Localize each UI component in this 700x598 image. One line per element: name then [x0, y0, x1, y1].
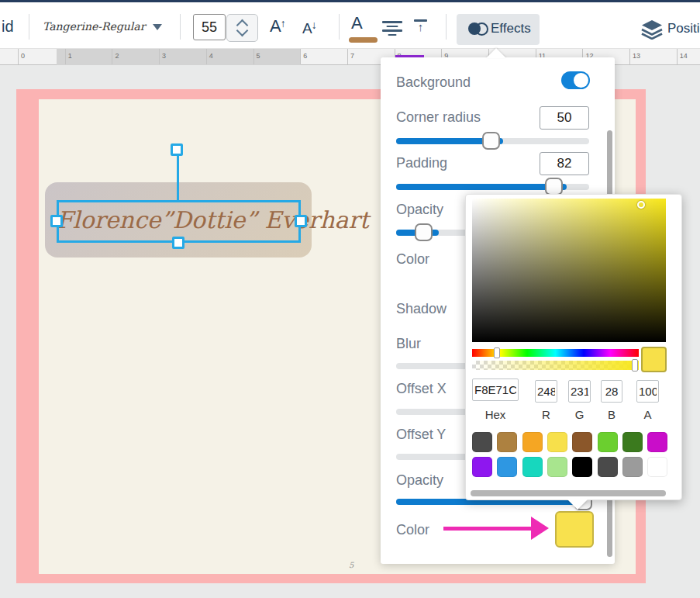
- rotation-stem: [177, 155, 179, 200]
- blue-label: B: [601, 408, 622, 421]
- ruler-selection-highlight: [57, 49, 301, 65]
- arrow-up-icon: ↑: [413, 20, 428, 33]
- annotation-arrow: [443, 527, 531, 531]
- ruler-number: 5: [257, 52, 260, 60]
- shadow-opacity-label: Opacity: [396, 472, 443, 489]
- effects-button[interactable]: Effects: [457, 14, 540, 45]
- hex-label: Hex: [472, 408, 519, 421]
- palette-swatch[interactable]: [472, 432, 492, 452]
- padding-slider-handle[interactable]: [545, 178, 563, 195]
- shadow-heading: Shadow: [396, 301, 447, 317]
- decrease-font-button[interactable]: A↓: [302, 19, 317, 37]
- ruler-tick: [112, 49, 112, 64]
- resize-handle-left[interactable]: [50, 215, 63, 227]
- shadow-color-label: Color: [396, 522, 429, 538]
- annotation-arrow-head: [531, 517, 549, 540]
- chevron-down-icon[interactable]: [153, 24, 162, 30]
- ruler-number: 13: [633, 52, 640, 60]
- ruler-number: 2: [115, 52, 119, 60]
- ruler-tick: [629, 49, 630, 64]
- background-toggle[interactable]: [561, 71, 590, 89]
- palette-swatch[interactable]: [622, 457, 643, 477]
- resize-handle-right[interactable]: [295, 215, 307, 227]
- swatch-grid: [472, 432, 675, 479]
- palette-swatch[interactable]: [497, 457, 517, 477]
- ruler-tick: [677, 49, 678, 64]
- corner-radius-slider-handle[interactable]: [482, 132, 500, 150]
- hue-slider[interactable]: [472, 349, 639, 357]
- arrow-down-icon: ↓: [312, 19, 317, 31]
- toolbar: id Tangerine-Regular A↑ A↓ A ↑ Effects: [0, 0, 700, 49]
- green-input[interactable]: [568, 380, 591, 403]
- palette-swatch[interactable]: [572, 432, 592, 452]
- palette-swatch[interactable]: [522, 457, 543, 477]
- ruler-tick: [65, 49, 66, 64]
- hex-input[interactable]: [472, 379, 519, 401]
- panel-pointer: [486, 48, 506, 58]
- ruler-tick: [347, 49, 348, 64]
- alpha-input[interactable]: [636, 380, 659, 403]
- palette-swatch[interactable]: [622, 432, 643, 452]
- page-number: 5: [349, 561, 353, 569]
- ruler-tick: [253, 49, 254, 64]
- text-color-button[interactable]: A: [351, 13, 363, 33]
- palette-swatch[interactable]: [598, 457, 618, 477]
- ruler-number: 14: [680, 52, 688, 60]
- arrow-up-icon: ↑: [281, 17, 286, 29]
- toolbar-divider: [29, 14, 29, 40]
- toolbar-divider: [180, 14, 181, 40]
- shadow-color-swatch[interactable]: [555, 511, 594, 548]
- ruler-tick: [300, 49, 301, 64]
- padding-input[interactable]: [540, 152, 589, 175]
- ruler-tick: [18, 49, 19, 64]
- corner-radius-input[interactable]: [540, 106, 589, 130]
- rotate-handle[interactable]: [171, 143, 183, 156]
- font-size-stepper[interactable]: [226, 14, 258, 42]
- popup-pointer: [567, 499, 588, 510]
- opacity-label: Opacity: [396, 202, 443, 218]
- palette-swatch[interactable]: [547, 457, 567, 477]
- blur-label: Blur: [396, 336, 421, 352]
- palette-swatch[interactable]: [647, 432, 667, 452]
- font-size-input[interactable]: [193, 14, 226, 40]
- increase-font-button[interactable]: A↑: [270, 16, 286, 36]
- color-picker-popup: Hex R G B A: [465, 194, 682, 500]
- layers-icon: [640, 19, 664, 40]
- offset-y-label: Offset Y: [396, 427, 446, 443]
- toolbar-divider: [339, 14, 340, 40]
- palette-swatch[interactable]: [598, 432, 618, 452]
- palette-swatch[interactable]: [472, 457, 492, 477]
- toolbar-divider: [446, 14, 447, 40]
- palette-swatch[interactable]: [547, 432, 567, 452]
- grid-button-partial[interactable]: id: [2, 18, 14, 36]
- font-family-select[interactable]: Tangerine-Regular: [43, 20, 147, 33]
- text-color-underline: [349, 37, 378, 43]
- ruler-tick: [159, 49, 160, 64]
- palette-swatch[interactable]: [572, 457, 592, 477]
- blue-input[interactable]: [601, 380, 622, 403]
- hue-slider-handle[interactable]: [494, 347, 500, 358]
- current-color-swatch: [641, 347, 667, 372]
- position-button[interactable]: Position: [640, 19, 700, 41]
- alpha-slider-handle[interactable]: [632, 359, 638, 372]
- saturation-area[interactable]: [472, 199, 666, 342]
- resize-handle-bottom[interactable]: [172, 237, 184, 249]
- alpha-label: A: [636, 408, 659, 421]
- ruler-number: 1: [68, 52, 72, 60]
- ruler-number: 4: [209, 52, 213, 60]
- palette-swatch[interactable]: [497, 432, 517, 452]
- palette-swatch[interactable]: [647, 457, 667, 477]
- padding-label: Padding: [396, 155, 447, 171]
- offset-x-label: Offset X: [396, 381, 447, 397]
- ruler-number: 3: [162, 52, 166, 60]
- saturation-marker[interactable]: [637, 201, 645, 209]
- palette-swatch[interactable]: [522, 432, 543, 452]
- vertical-align-top-button[interactable]: ↑: [413, 19, 429, 38]
- alpha-gradient: [472, 361, 639, 370]
- red-input[interactable]: [535, 380, 557, 403]
- text-align-center-button[interactable]: [381, 21, 403, 36]
- alpha-slider[interactable]: [472, 361, 639, 370]
- green-label: G: [568, 408, 591, 421]
- popup-horizontal-scrollbar[interactable]: [471, 490, 666, 496]
- opacity-slider-handle[interactable]: [415, 223, 433, 241]
